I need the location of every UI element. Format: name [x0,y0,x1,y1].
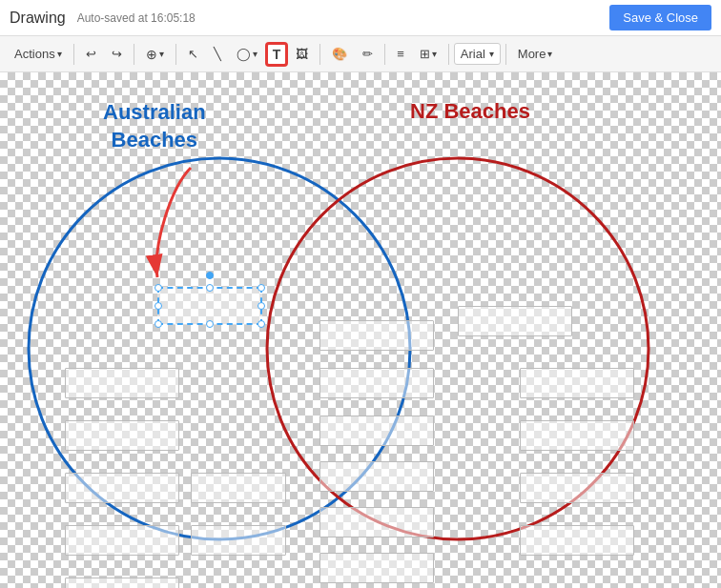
separator-4 [319,44,320,65]
align-icon: ≡ [397,47,404,61]
zoom-icon: ⊕ [146,47,157,62]
handle-bot-center[interactable] [206,320,214,328]
handle-top-center[interactable] [206,284,214,292]
selected-text-box[interactable] [157,287,262,325]
autosave-status: Auto-saved at 16:05:18 [77,11,196,25]
text-box-aus-4[interactable] [65,525,179,556]
toolbar: Actions ▾ ↩ ↪ ⊕ ▾ ↖ ╲ ◯ ▾ T 🖼 🎨 ✏ ≡ ⊞ ▾ [0,36,721,72]
text-box-aus-2[interactable] [65,420,179,451]
separator-2 [134,44,134,65]
handle-top-left[interactable] [154,284,162,292]
text-box-aus-7[interactable] [191,525,286,556]
more-button[interactable]: More ▾ [511,43,560,65]
actions-chevron: ▾ [57,49,62,59]
text-box-aus-1[interactable] [65,368,179,398]
distribute-chevron: ▾ [432,49,437,59]
text-box-aus-6[interactable] [191,473,286,503]
text-box-nz-5[interactable] [520,525,634,556]
handle-bot-left[interactable] [154,320,162,328]
separator-7 [505,44,506,65]
line-icon: ╲ [214,47,221,61]
text-box-mid-2[interactable] [319,368,434,398]
paint-button[interactable]: 🎨 [325,43,354,65]
zoom-button[interactable]: ⊕ ▾ [139,43,171,66]
text-box-mid-1[interactable] [319,320,434,351]
font-chevron: ▾ [489,49,494,59]
text-box-mid-6[interactable] [319,553,434,583]
shapes-dropdown-button[interactable]: ◯ ▾ [230,43,264,65]
separator-3 [175,44,176,65]
text-box-aus-3[interactable] [65,473,179,503]
handle-bot-right[interactable] [258,320,265,328]
text-icon: T [273,47,281,62]
align-button[interactable]: ≡ [390,43,411,65]
text-box-mid-5[interactable] [319,507,434,537]
text-box-nz-3[interactable] [520,420,634,451]
undo-icon: ↩ [86,47,96,61]
handle-top-right[interactable] [258,284,265,292]
more-chevron: ▾ [547,49,552,59]
text-box-nz-1[interactable] [458,306,572,336]
more-label: More [518,47,546,61]
rotation-handle[interactable] [206,272,214,279]
actions-label: Actions [14,47,55,61]
header: Drawing Auto-saved at 16:05:18 Save & Cl… [0,0,721,36]
text-box-aus-5[interactable] [65,578,179,588]
shapes-icon: ◯ [237,47,251,61]
handle-mid-left[interactable] [154,302,162,310]
nz-beaches-label: NZ Beaches [410,99,530,124]
zoom-chevron: ▾ [159,49,164,59]
font-label: Arial [461,47,485,61]
canvas-area[interactable]: Australian Beaches NZ Beaches [0,72,721,588]
line-tool-button[interactable]: ╲ [207,43,228,65]
pencil-button[interactable]: ✏ [356,43,380,65]
handle-mid-right[interactable] [258,302,265,310]
separator-1 [73,44,74,65]
redo-button[interactable]: ↪ [105,43,129,65]
shapes-chevron: ▾ [253,49,258,59]
pencil-icon: ✏ [362,47,373,61]
distribute-button[interactable]: ⊞ ▾ [413,43,443,65]
australian-beaches-label: Australian Beaches [103,99,206,153]
font-selector[interactable]: Arial ▾ [454,43,501,65]
save-close-button[interactable]: Save & Close [609,5,711,30]
redo-icon: ↪ [112,47,122,61]
select-icon: ↖ [188,47,198,61]
separator-6 [448,44,449,65]
actions-menu[interactable]: Actions ▾ [8,43,69,65]
text-box-mid-4[interactable] [319,461,434,492]
undo-button[interactable]: ↩ [79,43,103,65]
text-box-nz-2[interactable] [520,368,634,398]
app-title: Drawing [10,10,66,27]
distribute-icon: ⊞ [420,47,430,61]
text-tool-button[interactable]: T [266,43,288,66]
paint-icon: 🎨 [332,47,347,61]
text-box-nz-4[interactable] [520,473,634,503]
image-tool-button[interactable]: 🖼 [289,43,315,65]
text-box-mid-3[interactable] [319,416,434,446]
image-icon: 🖼 [296,47,308,61]
select-tool-button[interactable]: ↖ [181,43,205,65]
separator-5 [384,44,385,65]
